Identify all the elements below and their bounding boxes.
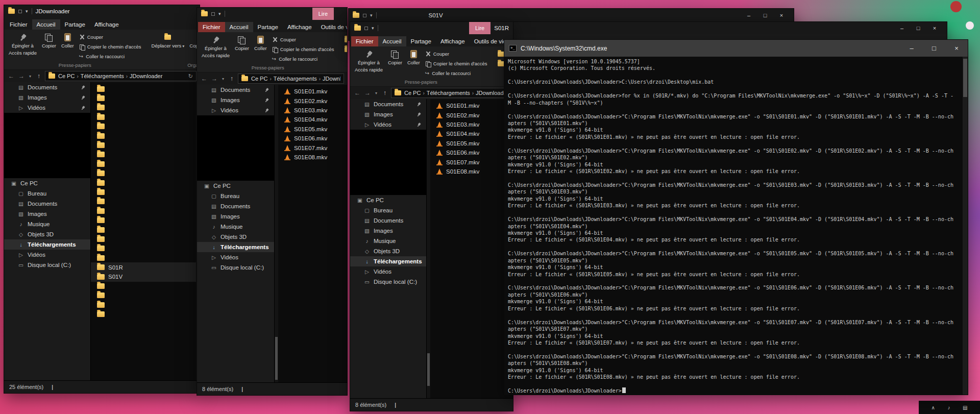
video-file-row[interactable]: S01E04.mkv [278, 115, 347, 124]
copy-button[interactable]: Copier [385, 47, 405, 79]
quick-access-caret-icon[interactable]: ▾ [218, 11, 221, 16]
sidebar-item[interactable]: Images [4, 209, 90, 219]
folder-row[interactable] [91, 244, 200, 253]
cut-button[interactable]: Couper [423, 49, 490, 59]
forward-button[interactable]: → [210, 75, 218, 82]
video-file-row[interactable]: S01E05.mkv [278, 125, 347, 134]
sidebar-item[interactable]: Disque local (C:) [197, 262, 274, 273]
refresh-icon[interactable]: ↻ [188, 73, 193, 80]
sidebar-item[interactable]: Documents [197, 201, 274, 211]
pin-to-quick-access-button[interactable]: Épingler à Accès rapide [352, 47, 385, 79]
forward-button[interactable]: → [363, 89, 372, 96]
folder-row[interactable] [91, 291, 200, 300]
move-to-button[interactable]: Déplacer vers▾ [342, 35, 347, 44]
breadcrumb-segment[interactable]: JDownloader› [130, 73, 162, 79]
folder-row[interactable] [91, 112, 200, 121]
video-file-row[interactable]: S01E03.mkv [278, 106, 347, 115]
back-button[interactable]: ← [200, 75, 208, 82]
video-file-row[interactable]: S01E02.mkv [430, 110, 513, 119]
sidebar-item-ce-pc[interactable]: Ce PC [197, 181, 274, 191]
video-file-row[interactable]: S01E07.mkv [278, 143, 347, 152]
folder-row[interactable] [91, 197, 200, 206]
folder-row[interactable]: S01V [91, 272, 200, 281]
breadcrumb-segment[interactable]: Téléchargements› [274, 76, 323, 82]
sidebar-quick-item[interactable]: Images [4, 92, 90, 103]
quick-access-icon[interactable] [363, 14, 366, 17]
video-file-row[interactable]: S01E08.mkv [278, 153, 347, 162]
paste-shortcut-button[interactable]: ↪Coller le raccourci [270, 54, 337, 64]
forward-button[interactable]: → [17, 72, 26, 80]
folder-row[interactable] [91, 215, 200, 225]
video-file-row[interactable]: S01E07.mkv [430, 157, 513, 166]
folder-row[interactable] [91, 309, 200, 319]
pin-to-quick-access-button[interactable]: Épingler à Accès rapide [6, 31, 39, 62]
breadcrumb-segment[interactable]: JDownl› [323, 76, 340, 82]
sidebar-item[interactable]: Bureau [197, 191, 274, 201]
tray-icon[interactable]: ∧ [932, 405, 935, 410]
minimize-button[interactable]: – [900, 40, 923, 57]
sidebar-item[interactable]: Musique [197, 222, 274, 232]
maximize-button[interactable]: □ [910, 25, 926, 31]
maximize-button[interactable]: □ [757, 12, 773, 18]
quick-access-caret-icon[interactable]: ▾ [26, 9, 28, 14]
video-file-row[interactable]: S01E02.mkv [278, 96, 347, 105]
folder-row[interactable] [91, 103, 200, 112]
menu-tab[interactable]: Outils de vidéo [316, 22, 347, 32]
scrollbar-thumb[interactable] [427, 353, 430, 386]
menu-tab[interactable]: Partage [406, 36, 436, 46]
folder-row[interactable] [91, 159, 200, 168]
sidebar-quick-item[interactable]: Images [197, 95, 274, 105]
sidebar-item[interactable]: Images [197, 211, 274, 222]
paste-shortcut-button[interactable]: ↪Coller le raccourci [423, 68, 490, 78]
folder-row[interactable]: S01R [91, 262, 200, 272]
sidebar-item[interactable]: Objets 3D [197, 232, 274, 242]
sidebar-item[interactable]: Vidéos [197, 252, 274, 262]
sidebar-item[interactable]: Musique [350, 236, 426, 246]
scrollbar[interactable] [427, 99, 430, 398]
copy-path-button[interactable]: Copier le chemin d'accès [270, 44, 337, 54]
breadcrumb-segment[interactable]: Ce PC› [251, 76, 274, 82]
menu-tab[interactable]: Partage [60, 19, 90, 30]
quick-access-caret-icon[interactable]: ▾ [370, 13, 373, 18]
sidebar-quick-item[interactable]: Documents [4, 82, 90, 92]
scrollbar[interactable] [963, 57, 968, 395]
quick-access-icon[interactable] [211, 12, 215, 16]
video-tools-tab[interactable]: Lire [312, 8, 334, 20]
menu-tab[interactable]: Partage [253, 22, 283, 32]
folder-row[interactable] [91, 234, 200, 243]
sidebar-item[interactable]: Objets 3D [4, 229, 90, 239]
sidebar-quick-item[interactable]: Images [350, 109, 426, 119]
scrollbar[interactable] [275, 85, 278, 382]
sidebar-item[interactable]: Téléchargements [350, 256, 426, 266]
up-button[interactable]: ↑ [228, 75, 236, 82]
close-button[interactable]: × [945, 40, 968, 57]
breadcrumb-segment[interactable]: Ce PC› [404, 90, 427, 96]
address-field[interactable]: Ce PC›Téléchargements›JDownloade› [391, 88, 510, 98]
video-file-row[interactable]: S01E06.mkv [430, 148, 513, 157]
folder-row[interactable] [91, 281, 200, 290]
folder-row[interactable] [91, 93, 200, 103]
folder-row[interactable] [91, 225, 200, 234]
menu-tab[interactable]: Fichier [351, 36, 378, 46]
cut-button[interactable]: Couper [77, 32, 144, 42]
up-button[interactable]: ↑ [35, 72, 43, 80]
folder-row[interactable] [91, 187, 200, 197]
minimize-button[interactable]: – [894, 25, 910, 31]
maximize-button[interactable]: □ [923, 40, 945, 57]
tray-icon[interactable]: ♪ [947, 405, 950, 410]
menu-tab[interactable]: Accueil [378, 36, 406, 46]
pin-to-quick-access-button[interactable]: Épingler à Accès rapide [199, 33, 232, 64]
recent-locations-caret-icon[interactable]: ▾ [220, 77, 226, 81]
menu-tab[interactable]: Affichage [90, 19, 124, 30]
folder-row[interactable] [91, 253, 200, 262]
breadcrumb-segment[interactable]: Téléchargements› [427, 90, 476, 96]
sidebar-item-ce-pc[interactable]: Ce PC [350, 195, 426, 205]
video-file-row[interactable]: S01E01.mkv [430, 101, 513, 110]
sidebar-item[interactable]: Vidéos [350, 266, 426, 277]
sidebar-item[interactable]: Bureau [350, 205, 426, 215]
up-button[interactable]: ↑ [381, 89, 389, 96]
sidebar-item[interactable]: Bureau [4, 188, 90, 199]
sidebar-item[interactable]: Objets 3D [350, 246, 426, 256]
folder-row[interactable] [91, 178, 200, 187]
copy-button[interactable]: Copier [39, 31, 59, 62]
